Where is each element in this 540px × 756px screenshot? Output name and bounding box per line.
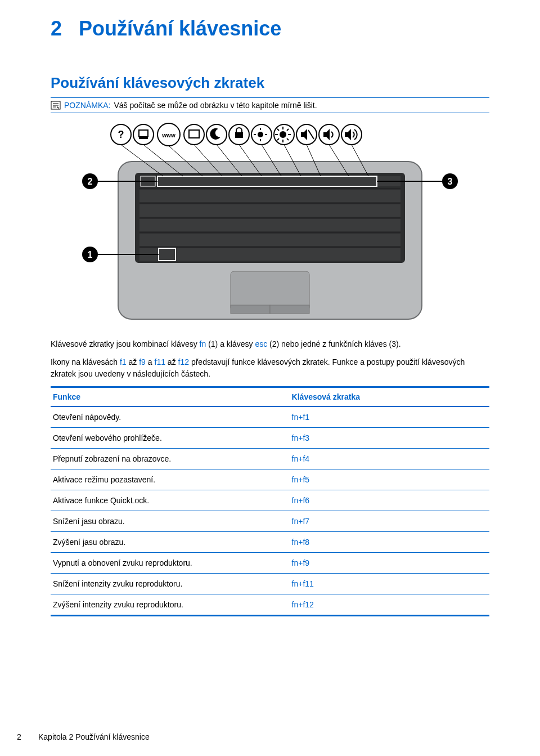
callout-3-label: 3	[448, 177, 453, 186]
svg-point-13	[206, 124, 227, 145]
svg-line-29	[287, 138, 289, 140]
header-function: Funkce	[53, 392, 292, 401]
table-row: Vypnutí a obnovení zvuku reproduktoru.fn…	[51, 553, 489, 574]
svg-rect-38	[140, 190, 400, 202]
svg-rect-42	[140, 248, 400, 261]
svg-point-23	[280, 131, 286, 138]
svg-point-17	[258, 132, 263, 137]
svg-text:?: ?	[118, 129, 124, 140]
svg-line-30	[287, 129, 289, 131]
svg-rect-12	[189, 130, 199, 138]
hotkey-icon-row: ? www	[111, 123, 362, 146]
svg-rect-39	[140, 204, 400, 217]
cell-shortcut: fn+f11	[292, 579, 487, 588]
table-row: Snížení jasu obrazu.fn+f7	[51, 511, 489, 532]
svg-line-28	[277, 129, 279, 131]
cell-function: Otevření webového prohlížeče.	[53, 433, 292, 442]
svg-point-11	[184, 124, 204, 145]
page-number: 2	[17, 732, 28, 741]
cell-function: Zvýšení intenzity zvuku reproduktoru.	[53, 600, 292, 609]
note-box: POZNÁMKA: Váš počítač se může od obrázku…	[51, 97, 489, 113]
cell-shortcut: fn+f8	[292, 538, 487, 547]
svg-rect-7	[139, 130, 148, 137]
table-row: Otevření webového prohlížeče.fn+f3	[51, 428, 489, 449]
cell-shortcut: fn+f12	[292, 600, 487, 609]
svg-rect-8	[139, 137, 148, 139]
section-title: Používání klávesových zkratek	[51, 74, 489, 92]
callout-2-label: 2	[88, 177, 93, 186]
cell-function: Zvýšení jasu obrazu.	[53, 538, 292, 547]
table-row: Snížení intenzity zvuku reproduktoru.fn+…	[51, 574, 489, 594]
svg-rect-40	[140, 219, 400, 231]
paragraph-1: Klávesové zkratky jsou kombinací klávesy…	[51, 338, 489, 350]
hotkey-table: Funkce Klávesová zkratka Otevření nápově…	[51, 386, 489, 616]
cell-shortcut: fn+f1	[292, 413, 487, 422]
cell-function: Aktivace režimu pozastavení.	[53, 475, 292, 484]
note-text: Váš počítač se může od obrázku v této ka…	[114, 101, 317, 110]
svg-point-35	[341, 124, 362, 145]
table-row: Přepnutí zobrazení na obrazovce.fn+f4	[51, 449, 489, 469]
table-header: Funkce Klávesová zkratka	[51, 388, 489, 407]
table-row: Zvýšení jasu obrazu.fn+f8	[51, 532, 489, 553]
cell-function: Vypnutí a obnovení zvuku reproduktoru.	[53, 558, 292, 567]
cell-function: Snížení intenzity zvuku reproduktoru.	[53, 579, 292, 588]
table-row: Zvýšení intenzity zvuku reproduktoru.fn+…	[51, 594, 489, 615]
svg-rect-15	[235, 132, 243, 138]
svg-point-6	[133, 124, 154, 145]
keyboard-diagram: ? www	[51, 122, 489, 327]
svg-rect-41	[140, 234, 400, 246]
cell-function: Snížení jasu obrazu.	[53, 517, 292, 526]
svg-rect-48	[231, 305, 270, 314]
cell-function: Aktivace funkce QuickLock.	[53, 496, 292, 505]
page-footer: 2 Kapitola 2 Používání klávesnice	[17, 732, 150, 741]
footer-text: Kapitola 2 Používání klávesnice	[38, 732, 150, 741]
cell-function: Otevření nápovědy.	[53, 413, 292, 422]
cell-shortcut: fn+f3	[292, 433, 487, 442]
svg-line-31	[277, 138, 279, 140]
cell-shortcut: fn+f9	[292, 558, 487, 567]
header-shortcut: Klávesová zkratka	[292, 392, 487, 401]
table-row: Aktivace funkce QuickLock.fn+f6	[51, 490, 489, 511]
note-icon	[51, 101, 61, 110]
cell-shortcut: fn+f4	[292, 454, 487, 463]
cell-shortcut: fn+f6	[292, 496, 487, 505]
table-row: Aktivace režimu pozastavení.fn+f5	[51, 469, 489, 490]
note-label: POZNÁMKA:	[64, 101, 110, 110]
chapter-number: 2	[51, 17, 62, 40]
cell-shortcut: fn+f5	[292, 475, 487, 484]
svg-text:www: www	[161, 132, 176, 138]
chapter-title-text: Používání klávesnice	[79, 17, 281, 40]
cell-function: Přepnutí zobrazení na obrazovce.	[53, 454, 292, 463]
svg-rect-36	[140, 176, 400, 186]
cell-shortcut: fn+f7	[292, 517, 487, 526]
svg-rect-49	[270, 305, 309, 314]
callout-1-label: 1	[88, 250, 93, 260]
chapter-title: 2 Používání klávesnice	[51, 17, 489, 41]
svg-line-33	[308, 130, 314, 139]
table-row: Otevření nápovědy.fn+f1	[51, 407, 489, 428]
paragraph-2: Ikony na klávesách f1 až f9 a f11 až f12…	[51, 356, 489, 379]
